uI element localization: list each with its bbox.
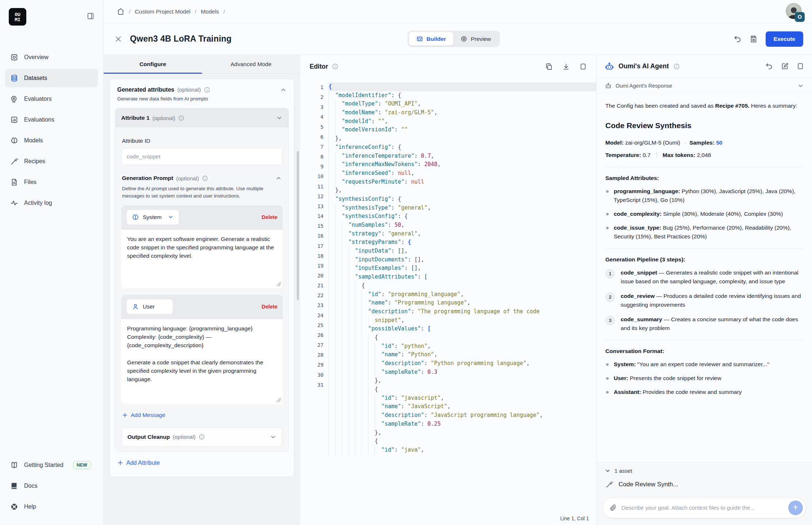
- code-line[interactable]: "strategyParams": {: [329, 238, 596, 247]
- tab-configure[interactable]: Configure: [104, 55, 202, 73]
- home-icon[interactable]: [117, 8, 125, 15]
- code-line[interactable]: "modelType": "OUMI_API",: [329, 100, 596, 108]
- output-cleanup-section[interactable]: Output Cleanup (optional): [121, 427, 283, 447]
- sidebar-item-evaluators[interactable]: Evaluators: [5, 90, 98, 108]
- sidebar-item-datasets[interactable]: Datasets: [5, 69, 98, 87]
- info-icon[interactable]: [673, 63, 680, 70]
- agent-response-header[interactable]: Oumi Agent's Response: [597, 78, 812, 93]
- resize-handle-icon[interactable]: [276, 398, 281, 402]
- info-icon[interactable]: [332, 63, 338, 70]
- sidebar-collapse-icon[interactable]: [87, 12, 95, 22]
- new-chat-icon[interactable]: [781, 62, 789, 70]
- code-line[interactable]: "strategy": "general",: [329, 230, 596, 238]
- chevron-down-icon[interactable]: [797, 83, 804, 89]
- add-attribute-button[interactable]: Add Attribute: [117, 460, 160, 466]
- code-line[interactable]: "inferenceMaxNewTokens": 2048,: [329, 160, 596, 169]
- code-line[interactable]: },: [329, 429, 596, 437]
- delete-message-button[interactable]: Delete: [261, 214, 277, 220]
- code-line[interactable]: "inputExamples": [],: [329, 264, 596, 273]
- info-icon[interactable]: [199, 434, 205, 440]
- configure-scrollbar[interactable]: [297, 151, 299, 300]
- role-select-user[interactable]: User: [126, 299, 173, 314]
- info-icon[interactable]: [204, 87, 210, 93]
- info-icon[interactable]: [178, 115, 184, 121]
- sidebar-item-recipes[interactable]: Recipes: [5, 152, 98, 170]
- copy-icon[interactable]: [545, 63, 553, 70]
- reset-chat-icon[interactable]: [765, 62, 773, 70]
- code-line[interactable]: "id": "java",: [329, 446, 596, 455]
- expand-panel-icon[interactable]: [579, 63, 587, 70]
- sidebar-item-overview[interactable]: Overview: [5, 48, 98, 66]
- delete-message-button[interactable]: Delete: [261, 304, 277, 310]
- code-line[interactable]: },: [329, 134, 596, 143]
- breadcrumb-models[interactable]: Models: [201, 8, 219, 15]
- code-line[interactable]: {: [329, 437, 596, 446]
- code-line[interactable]: snippet",: [329, 316, 596, 325]
- code-line[interactable]: "inferenceConfig": {: [329, 143, 596, 152]
- code-line[interactable]: "modelIdentifier": {: [329, 91, 596, 100]
- code-line[interactable]: },: [329, 376, 596, 385]
- role-select-system[interactable]: System: [126, 210, 179, 225]
- breadcrumb-project[interactable]: Custom Project Model: [135, 8, 190, 15]
- code-line[interactable]: "sampledAttributes": [: [329, 273, 596, 281]
- attribute-id-input[interactable]: [121, 148, 283, 165]
- sidebar-item-models[interactable]: Models: [5, 131, 98, 150]
- code-line[interactable]: "synthesisConfig": {: [329, 212, 596, 221]
- code-line[interactable]: "description": "Python programming langu…: [329, 359, 596, 368]
- code-line[interactable]: "description": "JavaScript programming l…: [329, 411, 596, 420]
- code-line[interactable]: {: [329, 333, 596, 342]
- code-line[interactable]: "id": "javascript",: [329, 394, 596, 403]
- attach-icon[interactable]: [609, 504, 617, 512]
- info-icon[interactable]: [202, 175, 208, 181]
- code-editor[interactable]: 1234567891011121314151617181920212223242…: [300, 78, 596, 525]
- chevron-up-icon[interactable]: [280, 87, 287, 93]
- code-line[interactable]: "sampleRate": 0.25: [329, 420, 596, 429]
- code-line[interactable]: "name": "Python",: [329, 350, 596, 359]
- code-line[interactable]: "numSamples": 50,: [329, 221, 596, 230]
- sidebar-item-help[interactable]: Help: [5, 498, 98, 516]
- sidebar-item-files[interactable]: Files: [5, 173, 98, 191]
- save-icon[interactable]: [750, 35, 758, 43]
- code-line[interactable]: },: [329, 186, 596, 195]
- add-message-button[interactable]: Add Message: [122, 412, 165, 418]
- tab-advanced-mode[interactable]: Advanced Mode: [202, 55, 300, 73]
- code-line[interactable]: "synthesisType": "general",: [329, 204, 596, 212]
- close-icon[interactable]: [115, 35, 122, 43]
- chevron-down-icon[interactable]: [276, 115, 283, 121]
- asset-item[interactable]: Code Review Synth...: [597, 476, 812, 494]
- code-line[interactable]: "modelId": "",: [329, 117, 596, 126]
- send-button[interactable]: [788, 501, 803, 515]
- code-line[interactable]: "id": "programming_language",: [329, 290, 596, 299]
- message-textarea-user[interactable]: [121, 319, 283, 404]
- execute-button[interactable]: Execute: [766, 31, 803, 47]
- chevron-up-icon[interactable]: [275, 175, 282, 181]
- code-line[interactable]: "modelVersionId": "": [329, 126, 596, 134]
- sidebar-item-activity-log[interactable]: Activity log: [5, 194, 98, 212]
- toggle-preview[interactable]: Preview: [453, 32, 498, 46]
- code-line[interactable]: "requestsPerMinute": null: [329, 178, 596, 187]
- sidebar-item-docs[interactable]: Docs: [5, 477, 98, 495]
- code-line[interactable]: "inferenceSeed": null,: [329, 169, 596, 178]
- code-line[interactable]: {: [329, 385, 596, 394]
- oumi-logo[interactable]: OU MI: [9, 8, 26, 26]
- resize-handle-icon[interactable]: [276, 282, 281, 286]
- code-line[interactable]: "id": "python",: [329, 342, 596, 351]
- undo-icon[interactable]: [734, 35, 742, 43]
- code-line[interactable]: "name": "JavaScript",: [329, 402, 596, 411]
- code-line[interactable]: "inputDocuments": [],: [329, 256, 596, 264]
- editor-code[interactable]: {"modelIdentifier": {"modelType": "OUMI_…: [329, 83, 596, 455]
- code-line[interactable]: "modelName": "zai-org/GLM-5",: [329, 108, 596, 117]
- code-line[interactable]: "inferenceTemperature": 0.7,: [329, 152, 596, 161]
- code-line[interactable]: {: [329, 281, 596, 290]
- sidebar-item-getting-started[interactable]: Getting StartedNEW: [5, 456, 98, 474]
- download-icon[interactable]: [562, 63, 570, 70]
- message-textarea-system[interactable]: [121, 230, 283, 288]
- assets-toggle[interactable]: 1 asset: [597, 463, 812, 476]
- attribute-header[interactable]: Attribute 1 (optional): [115, 108, 288, 127]
- sidebar-item-evaluations[interactable]: Evaluations: [5, 111, 98, 129]
- code-line[interactable]: "name": "Programming Language",: [329, 299, 596, 307]
- toggle-builder[interactable]: Builder: [409, 32, 453, 46]
- code-line[interactable]: "inputData": [],: [329, 247, 596, 256]
- code-line[interactable]: "synthesisConfig": {: [329, 195, 596, 204]
- code-line[interactable]: {: [329, 83, 596, 91]
